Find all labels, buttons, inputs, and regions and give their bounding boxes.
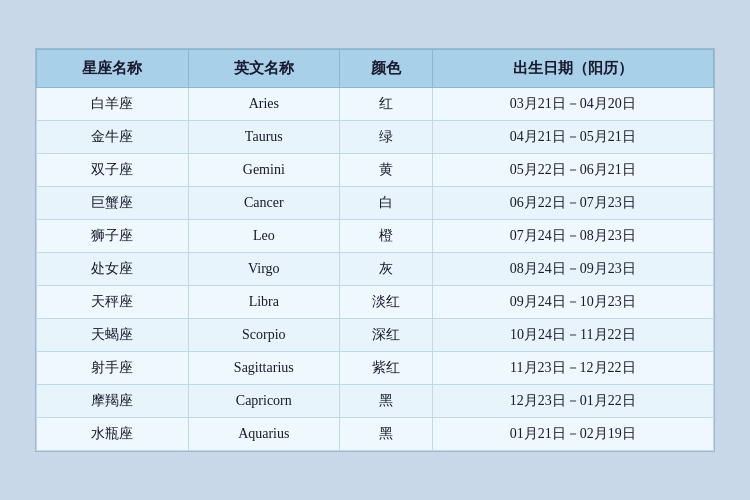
cell-dates: 07月24日－08月23日 — [432, 220, 713, 253]
cell-dates: 01月21日－02月19日 — [432, 418, 713, 451]
cell-dates: 06月22日－07月23日 — [432, 187, 713, 220]
table-row: 双子座Gemini黄05月22日－06月21日 — [37, 154, 714, 187]
cell-chinese-name: 双子座 — [37, 154, 189, 187]
cell-english-name: Libra — [188, 286, 340, 319]
cell-color: 深红 — [340, 319, 432, 352]
cell-chinese-name: 水瓶座 — [37, 418, 189, 451]
zodiac-table-container: 星座名称 英文名称 颜色 出生日期（阳历） 白羊座Aries红03月21日－04… — [35, 48, 715, 452]
cell-dates: 10月24日－11月22日 — [432, 319, 713, 352]
cell-chinese-name: 处女座 — [37, 253, 189, 286]
cell-color: 黑 — [340, 418, 432, 451]
cell-chinese-name: 天秤座 — [37, 286, 189, 319]
cell-color: 紫红 — [340, 352, 432, 385]
cell-chinese-name: 狮子座 — [37, 220, 189, 253]
table-row: 天蝎座Scorpio深红10月24日－11月22日 — [37, 319, 714, 352]
cell-english-name: Sagittarius — [188, 352, 340, 385]
cell-dates: 08月24日－09月23日 — [432, 253, 713, 286]
cell-chinese-name: 摩羯座 — [37, 385, 189, 418]
table-row: 白羊座Aries红03月21日－04月20日 — [37, 88, 714, 121]
cell-english-name: Aries — [188, 88, 340, 121]
cell-chinese-name: 射手座 — [37, 352, 189, 385]
cell-english-name: Taurus — [188, 121, 340, 154]
cell-chinese-name: 巨蟹座 — [37, 187, 189, 220]
header-color: 颜色 — [340, 50, 432, 88]
cell-color: 黑 — [340, 385, 432, 418]
table-row: 摩羯座Capricorn黑12月23日－01月22日 — [37, 385, 714, 418]
cell-dates: 11月23日－12月22日 — [432, 352, 713, 385]
cell-color: 淡红 — [340, 286, 432, 319]
cell-chinese-name: 白羊座 — [37, 88, 189, 121]
cell-chinese-name: 金牛座 — [37, 121, 189, 154]
cell-dates: 05月22日－06月21日 — [432, 154, 713, 187]
cell-english-name: Scorpio — [188, 319, 340, 352]
cell-color: 黄 — [340, 154, 432, 187]
header-chinese-name: 星座名称 — [37, 50, 189, 88]
table-row: 狮子座Leo橙07月24日－08月23日 — [37, 220, 714, 253]
cell-dates: 12月23日－01月22日 — [432, 385, 713, 418]
table-row: 天秤座Libra淡红09月24日－10月23日 — [37, 286, 714, 319]
cell-english-name: Capricorn — [188, 385, 340, 418]
cell-chinese-name: 天蝎座 — [37, 319, 189, 352]
table-row: 巨蟹座Cancer白06月22日－07月23日 — [37, 187, 714, 220]
table-header-row: 星座名称 英文名称 颜色 出生日期（阳历） — [37, 50, 714, 88]
cell-english-name: Virgo — [188, 253, 340, 286]
cell-color: 白 — [340, 187, 432, 220]
table-row: 射手座Sagittarius紫红11月23日－12月22日 — [37, 352, 714, 385]
cell-english-name: Leo — [188, 220, 340, 253]
cell-color: 灰 — [340, 253, 432, 286]
zodiac-table: 星座名称 英文名称 颜色 出生日期（阳历） 白羊座Aries红03月21日－04… — [36, 49, 714, 451]
table-row: 水瓶座Aquarius黑01月21日－02月19日 — [37, 418, 714, 451]
cell-english-name: Gemini — [188, 154, 340, 187]
cell-dates: 09月24日－10月23日 — [432, 286, 713, 319]
table-row: 处女座Virgo灰08月24日－09月23日 — [37, 253, 714, 286]
cell-color: 绿 — [340, 121, 432, 154]
cell-color: 橙 — [340, 220, 432, 253]
cell-english-name: Cancer — [188, 187, 340, 220]
table-row: 金牛座Taurus绿04月21日－05月21日 — [37, 121, 714, 154]
cell-dates: 03月21日－04月20日 — [432, 88, 713, 121]
header-english-name: 英文名称 — [188, 50, 340, 88]
cell-english-name: Aquarius — [188, 418, 340, 451]
cell-color: 红 — [340, 88, 432, 121]
cell-dates: 04月21日－05月21日 — [432, 121, 713, 154]
header-dates: 出生日期（阳历） — [432, 50, 713, 88]
